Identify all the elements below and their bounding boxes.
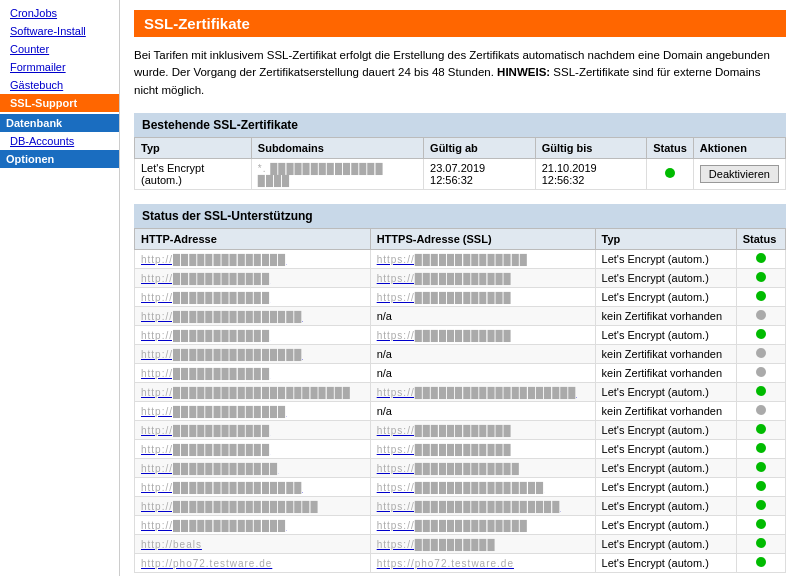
cell-http: http://██████████████: [135, 515, 371, 534]
cell-status: [736, 363, 785, 382]
https-link[interactable]: https://█████████████: [377, 462, 520, 474]
status-dot: [756, 367, 766, 377]
http-link[interactable]: http://beals: [141, 538, 202, 550]
http-link[interactable]: http://████████████: [141, 424, 270, 436]
cell-gueltig-ab: 23.07.2019 12:56:32: [424, 158, 536, 189]
https-link[interactable]: https://██████████: [377, 538, 496, 550]
cell-https: https://████████████: [370, 268, 595, 287]
sidebar-section-optionen[interactable]: Optionen: [0, 150, 119, 168]
cell-typ: Let's Encrypt (autom.): [595, 287, 736, 306]
cell-https: https://████████████: [370, 287, 595, 306]
list-item: http://████████████ n/a kein Zertifikat …: [135, 363, 786, 382]
deactivate-button[interactable]: Deaktivieren: [700, 165, 779, 183]
cell-typ: Let's Encrypt (autom.): [595, 382, 736, 401]
http-link[interactable]: http://pho72.testware.de: [141, 557, 272, 569]
col-subdomains: Subdomains: [251, 137, 423, 158]
col-gueltig-bis: Gültig bis: [535, 137, 647, 158]
cell-typ: kein Zertifikat vorhanden: [595, 306, 736, 325]
http-link[interactable]: http://████████████: [141, 367, 270, 379]
main-content: SSL-Zertifikate Bei Tarifen mit inklusiv…: [120, 0, 800, 576]
status-dot: [756, 538, 766, 548]
col-gueltig-ab: Gültig ab: [424, 137, 536, 158]
list-item: http://████████████ https://████████████…: [135, 439, 786, 458]
https-link[interactable]: https://████████████: [377, 329, 512, 341]
https-link[interactable]: https://████████████: [377, 291, 512, 303]
status-dot: [756, 386, 766, 396]
list-item: http://pho72.testware.de https://pho72.t…: [135, 553, 786, 572]
sidebar-item-cronjobs[interactable]: CronJobs: [0, 4, 119, 22]
http-link[interactable]: http://████████████: [141, 291, 270, 303]
https-link[interactable]: https://████████████: [377, 443, 512, 455]
http-link[interactable]: http://██████████████████: [141, 500, 319, 512]
cell-status: [736, 420, 785, 439]
cell-typ: kein Zertifikat vorhanden: [595, 401, 736, 420]
http-link[interactable]: http://████████████████: [141, 348, 302, 360]
status-dot: [665, 168, 675, 178]
list-item: http://████████████████ https://████████…: [135, 477, 786, 496]
sidebar-item-gaestebuch[interactable]: Gästebuch: [0, 76, 119, 94]
https-link[interactable]: https://██████████████: [377, 253, 528, 265]
cell-https: https://████████████: [370, 420, 595, 439]
https-link[interactable]: https://██████████████: [377, 519, 528, 531]
cell-status: [736, 439, 785, 458]
status-dot: [756, 405, 766, 415]
cell-http: http://██████████████████: [135, 496, 371, 515]
col-typ: Typ: [135, 137, 252, 158]
http-link[interactable]: http://████████████: [141, 329, 270, 341]
cell-typ: Let's Encrypt (autom.): [135, 158, 252, 189]
sidebar-item-ssl-support[interactable]: SSL-Support: [0, 94, 119, 112]
http-link[interactable]: http://██████████████████████: [141, 386, 351, 398]
sidebar-item-db-accounts[interactable]: DB-Accounts: [0, 132, 119, 150]
https-link[interactable]: https://████████████████: [377, 481, 544, 493]
status-dot: [756, 310, 766, 320]
table-row: Let's Encrypt (autom.) *. ██████████████…: [135, 158, 786, 189]
status-dot: [756, 481, 766, 491]
list-item: http://beals https://██████████ Let's En…: [135, 534, 786, 553]
cell-status: [647, 158, 694, 189]
http-link[interactable]: http://████████████████: [141, 481, 302, 493]
cell-https: https://████████████: [370, 439, 595, 458]
sidebar-item-counter[interactable]: Counter: [0, 40, 119, 58]
sidebar: CronJobs Software-Install Counter Formma…: [0, 0, 120, 576]
cell-status: [736, 515, 785, 534]
cell-status: [736, 477, 785, 496]
cell-http: http://████████████: [135, 325, 371, 344]
sidebar-item-formmailer[interactable]: Formmailer: [0, 58, 119, 76]
http-link[interactable]: http://██████████████: [141, 253, 286, 265]
cell-status: [736, 496, 785, 515]
sidebar-item-software-install[interactable]: Software-Install: [0, 22, 119, 40]
list-item: http://█████████████ https://███████████…: [135, 458, 786, 477]
col-status2: Status: [736, 228, 785, 249]
cell-http: http://████████████: [135, 439, 371, 458]
http-link[interactable]: http://█████████████: [141, 462, 278, 474]
https-link[interactable]: https://██████████████████: [377, 500, 561, 512]
http-link[interactable]: http://████████████: [141, 272, 270, 284]
cell-status: [736, 534, 785, 553]
http-link[interactable]: http://██████████████: [141, 405, 286, 417]
status-dot: [756, 272, 766, 282]
list-item: http://██████████████ https://██████████…: [135, 249, 786, 268]
existing-certs-header: Bestehende SSL-Zertifikate: [134, 113, 786, 137]
col-status: Status: [647, 137, 694, 158]
status-dot: [756, 462, 766, 472]
status-dot: [756, 329, 766, 339]
status-dot: [756, 291, 766, 301]
https-link[interactable]: https://████████████: [377, 272, 512, 284]
status-dot: [756, 443, 766, 453]
cell-status: [736, 287, 785, 306]
cell-https: https://██████████████: [370, 515, 595, 534]
cell-typ: Let's Encrypt (autom.): [595, 439, 736, 458]
list-item: http://████████████████ n/a kein Zertifi…: [135, 306, 786, 325]
ssl-support-table: HTTP-Adresse HTTPS-Adresse (SSL) Typ Sta…: [134, 228, 786, 573]
https-link[interactable]: https://████████████████████: [377, 386, 577, 398]
http-link[interactable]: http://████████████: [141, 443, 270, 455]
http-link[interactable]: http://████████████████: [141, 310, 302, 322]
sidebar-section-datenbank[interactable]: Datenbank: [0, 114, 119, 132]
list-item: http://████████████ https://████████████…: [135, 420, 786, 439]
cell-https: n/a: [370, 363, 595, 382]
http-link[interactable]: http://██████████████: [141, 519, 286, 531]
https-link[interactable]: https://████████████: [377, 424, 512, 436]
cell-typ: Let's Encrypt (autom.): [595, 325, 736, 344]
https-link[interactable]: https://pho72.testware.de: [377, 557, 514, 569]
list-item: http://████████████ https://████████████…: [135, 325, 786, 344]
